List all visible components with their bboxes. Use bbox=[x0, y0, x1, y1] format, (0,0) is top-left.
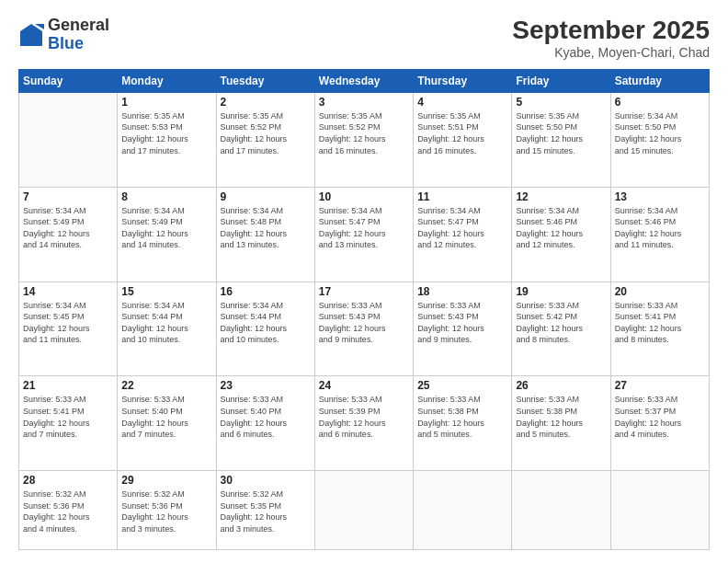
table-row bbox=[414, 471, 512, 550]
page: General Blue September 2025 Kyabe, Moyen… bbox=[0, 0, 728, 563]
table-row: 28Sunrise: 5:32 AM Sunset: 5:36 PM Dayli… bbox=[19, 471, 118, 550]
table-row: 3Sunrise: 5:35 AM Sunset: 5:52 PM Daylig… bbox=[314, 92, 413, 187]
day-number: 20 bbox=[615, 285, 705, 298]
col-monday: Monday bbox=[118, 69, 216, 92]
day-number: 15 bbox=[121, 285, 211, 298]
col-sunday: Sunday bbox=[19, 69, 118, 92]
table-row: 17Sunrise: 5:33 AM Sunset: 5:43 PM Dayli… bbox=[314, 282, 413, 376]
day-info: Sunrise: 5:33 AM Sunset: 5:43 PM Dayligh… bbox=[319, 300, 409, 346]
table-row: 7Sunrise: 5:34 AM Sunset: 5:49 PM Daylig… bbox=[19, 187, 118, 282]
calendar-title: September 2025 bbox=[512, 17, 710, 45]
day-number: 22 bbox=[121, 379, 211, 392]
day-info: Sunrise: 5:34 AM Sunset: 5:45 PM Dayligh… bbox=[23, 300, 113, 346]
day-number: 9 bbox=[221, 190, 311, 203]
col-thursday: Thursday bbox=[414, 69, 512, 92]
day-info: Sunrise: 5:34 AM Sunset: 5:44 PM Dayligh… bbox=[121, 300, 211, 346]
day-info: Sunrise: 5:34 AM Sunset: 5:49 PM Dayligh… bbox=[121, 205, 211, 251]
table-row: 1Sunrise: 5:35 AM Sunset: 5:53 PM Daylig… bbox=[118, 92, 216, 187]
table-row bbox=[19, 92, 118, 187]
col-wednesday: Wednesday bbox=[314, 69, 413, 92]
table-row: 24Sunrise: 5:33 AM Sunset: 5:39 PM Dayli… bbox=[314, 376, 413, 471]
day-info: Sunrise: 5:33 AM Sunset: 5:42 PM Dayligh… bbox=[516, 300, 606, 346]
col-friday: Friday bbox=[512, 69, 610, 92]
day-info: Sunrise: 5:33 AM Sunset: 5:41 PM Dayligh… bbox=[615, 300, 705, 346]
day-number: 27 bbox=[615, 379, 705, 392]
day-number: 4 bbox=[417, 96, 507, 109]
day-number: 30 bbox=[221, 474, 311, 487]
table-row: 19Sunrise: 5:33 AM Sunset: 5:42 PM Dayli… bbox=[512, 282, 610, 376]
day-info: Sunrise: 5:33 AM Sunset: 5:40 PM Dayligh… bbox=[221, 394, 311, 440]
title-block: September 2025 Kyabe, Moyen-Chari, Chad bbox=[512, 17, 710, 60]
calendar-header-row: Sunday Monday Tuesday Wednesday Thursday… bbox=[19, 69, 710, 92]
day-info: Sunrise: 5:32 AM Sunset: 5:35 PM Dayligh… bbox=[221, 488, 311, 534]
calendar-subtitle: Kyabe, Moyen-Chari, Chad bbox=[512, 45, 710, 60]
table-row: 2Sunrise: 5:35 AM Sunset: 5:52 PM Daylig… bbox=[216, 92, 314, 187]
day-info: Sunrise: 5:32 AM Sunset: 5:36 PM Dayligh… bbox=[23, 488, 113, 534]
day-number: 25 bbox=[417, 379, 507, 392]
day-number: 8 bbox=[121, 190, 211, 203]
table-row: 12Sunrise: 5:34 AM Sunset: 5:46 PM Dayli… bbox=[512, 187, 610, 282]
table-row: 8Sunrise: 5:34 AM Sunset: 5:49 PM Daylig… bbox=[118, 187, 216, 282]
table-row: 25Sunrise: 5:33 AM Sunset: 5:38 PM Dayli… bbox=[414, 376, 512, 471]
day-number: 29 bbox=[121, 474, 211, 487]
day-number: 16 bbox=[221, 285, 311, 298]
day-info: Sunrise: 5:35 AM Sunset: 5:52 PM Dayligh… bbox=[319, 110, 409, 156]
col-tuesday: Tuesday bbox=[216, 69, 314, 92]
day-number: 23 bbox=[221, 379, 311, 392]
table-row: 5Sunrise: 5:35 AM Sunset: 5:50 PM Daylig… bbox=[512, 92, 610, 187]
day-info: Sunrise: 5:34 AM Sunset: 5:46 PM Dayligh… bbox=[615, 205, 705, 251]
day-info: Sunrise: 5:33 AM Sunset: 5:40 PM Dayligh… bbox=[121, 394, 211, 440]
day-number: 1 bbox=[121, 96, 211, 109]
day-number: 18 bbox=[417, 285, 507, 298]
day-info: Sunrise: 5:34 AM Sunset: 5:47 PM Dayligh… bbox=[319, 205, 409, 251]
table-row: 9Sunrise: 5:34 AM Sunset: 5:48 PM Daylig… bbox=[216, 187, 314, 282]
day-info: Sunrise: 5:32 AM Sunset: 5:36 PM Dayligh… bbox=[121, 488, 211, 534]
day-info: Sunrise: 5:33 AM Sunset: 5:38 PM Dayligh… bbox=[516, 394, 606, 440]
day-info: Sunrise: 5:33 AM Sunset: 5:38 PM Dayligh… bbox=[417, 394, 507, 440]
table-row: 27Sunrise: 5:33 AM Sunset: 5:37 PM Dayli… bbox=[610, 376, 709, 471]
col-saturday: Saturday bbox=[610, 69, 709, 92]
header: General Blue September 2025 Kyabe, Moyen… bbox=[18, 17, 710, 60]
table-row: 30Sunrise: 5:32 AM Sunset: 5:35 PM Dayli… bbox=[216, 471, 314, 550]
day-info: Sunrise: 5:33 AM Sunset: 5:43 PM Dayligh… bbox=[417, 300, 507, 346]
day-info: Sunrise: 5:34 AM Sunset: 5:46 PM Dayligh… bbox=[516, 205, 606, 251]
table-row bbox=[314, 471, 413, 550]
table-row: 21Sunrise: 5:33 AM Sunset: 5:41 PM Dayli… bbox=[19, 376, 118, 471]
table-row: 29Sunrise: 5:32 AM Sunset: 5:36 PM Dayli… bbox=[118, 471, 216, 550]
logo: General Blue bbox=[18, 17, 109, 53]
svg-marker-0 bbox=[20, 24, 42, 46]
day-number: 13 bbox=[615, 190, 705, 203]
table-row: 26Sunrise: 5:33 AM Sunset: 5:38 PM Dayli… bbox=[512, 376, 610, 471]
day-info: Sunrise: 5:35 AM Sunset: 5:52 PM Dayligh… bbox=[221, 110, 311, 156]
day-number: 21 bbox=[23, 379, 113, 392]
table-row: 20Sunrise: 5:33 AM Sunset: 5:41 PM Dayli… bbox=[610, 282, 709, 376]
table-row: 4Sunrise: 5:35 AM Sunset: 5:51 PM Daylig… bbox=[414, 92, 512, 187]
logo-general: General bbox=[48, 16, 109, 34]
day-info: Sunrise: 5:33 AM Sunset: 5:39 PM Dayligh… bbox=[319, 394, 409, 440]
day-info: Sunrise: 5:34 AM Sunset: 5:49 PM Dayligh… bbox=[23, 205, 113, 251]
calendar-table: Sunday Monday Tuesday Wednesday Thursday… bbox=[18, 69, 710, 550]
day-number: 3 bbox=[319, 96, 409, 109]
day-number: 28 bbox=[23, 474, 113, 487]
day-number: 6 bbox=[615, 96, 705, 109]
day-number: 14 bbox=[23, 285, 113, 298]
day-info: Sunrise: 5:33 AM Sunset: 5:41 PM Dayligh… bbox=[23, 394, 113, 440]
table-row: 23Sunrise: 5:33 AM Sunset: 5:40 PM Dayli… bbox=[216, 376, 314, 471]
day-info: Sunrise: 5:34 AM Sunset: 5:50 PM Dayligh… bbox=[615, 110, 705, 156]
day-number: 26 bbox=[516, 379, 606, 392]
day-info: Sunrise: 5:35 AM Sunset: 5:51 PM Dayligh… bbox=[417, 110, 507, 156]
day-number: 10 bbox=[319, 190, 409, 203]
day-number: 24 bbox=[319, 379, 409, 392]
table-row bbox=[610, 471, 709, 550]
table-row: 22Sunrise: 5:33 AM Sunset: 5:40 PM Dayli… bbox=[118, 376, 216, 471]
logo-text: General Blue bbox=[48, 17, 109, 53]
day-info: Sunrise: 5:35 AM Sunset: 5:50 PM Dayligh… bbox=[516, 110, 606, 156]
logo-blue: Blue bbox=[48, 34, 84, 52]
table-row bbox=[512, 471, 610, 550]
table-row: 18Sunrise: 5:33 AM Sunset: 5:43 PM Dayli… bbox=[414, 282, 512, 376]
table-row: 13Sunrise: 5:34 AM Sunset: 5:46 PM Dayli… bbox=[610, 187, 709, 282]
table-row: 11Sunrise: 5:34 AM Sunset: 5:47 PM Dayli… bbox=[414, 187, 512, 282]
day-info: Sunrise: 5:33 AM Sunset: 5:37 PM Dayligh… bbox=[615, 394, 705, 440]
table-row: 16Sunrise: 5:34 AM Sunset: 5:44 PM Dayli… bbox=[216, 282, 314, 376]
day-info: Sunrise: 5:34 AM Sunset: 5:48 PM Dayligh… bbox=[221, 205, 311, 251]
